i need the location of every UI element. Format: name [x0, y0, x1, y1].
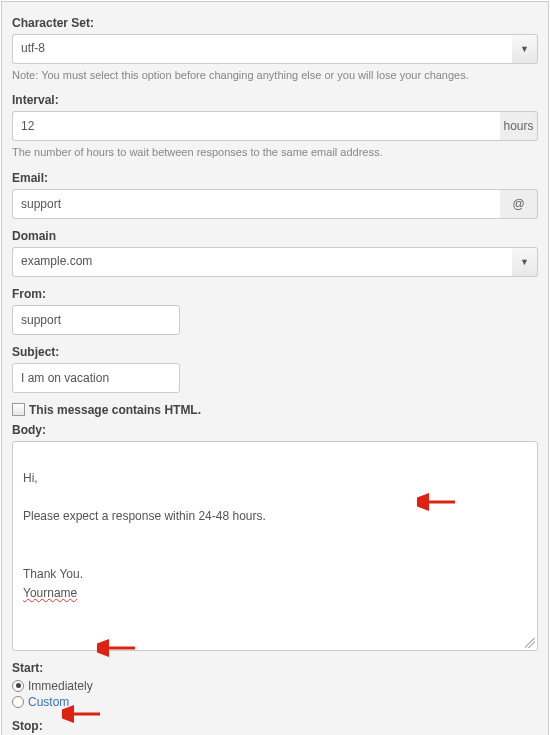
charset-value: utf-8: [12, 34, 512, 64]
interval-label: Interval:: [12, 93, 538, 107]
autoresponder-form: Character Set: utf-8 ▼ Note: You must se…: [1, 1, 549, 735]
body-line4: Yourname: [23, 586, 77, 600]
email-group: Email: @: [12, 171, 538, 219]
from-label: From:: [12, 287, 538, 301]
from-input[interactable]: [12, 305, 180, 335]
resize-handle-icon[interactable]: [525, 638, 535, 648]
html-checkbox[interactable]: [12, 403, 25, 416]
html-checkbox-line[interactable]: This message contains HTML.: [12, 403, 538, 417]
subject-group: Subject:: [12, 345, 538, 393]
start-option-label-1: Custom: [28, 695, 69, 709]
start-group: Start: Immediately Custom: [12, 661, 538, 709]
interval-group: Interval: hours The number of hours to w…: [12, 93, 538, 160]
at-icon[interactable]: @: [500, 189, 538, 219]
caret-down-icon[interactable]: ▼: [512, 247, 538, 277]
email-input[interactable]: [12, 189, 500, 219]
interval-note: The number of hours to wait between resp…: [12, 145, 538, 160]
caret-down-icon[interactable]: ▼: [512, 34, 538, 64]
email-input-wrap: @: [12, 189, 538, 219]
body-label: Body:: [12, 423, 538, 437]
start-option-label-0: Immediately: [28, 679, 93, 693]
stop-label: Stop:: [12, 719, 538, 733]
charset-select[interactable]: utf-8 ▼: [12, 34, 538, 64]
subject-label: Subject:: [12, 345, 538, 359]
charset-note: Note: You must select this option before…: [12, 68, 538, 83]
body-line3: Thank You.: [23, 567, 83, 581]
interval-unit: hours: [500, 111, 538, 141]
domain-select[interactable]: example.com ▼: [12, 247, 538, 277]
radio-icon[interactable]: [12, 680, 24, 692]
charset-label: Character Set:: [12, 16, 538, 30]
interval-input-wrap: hours: [12, 111, 538, 141]
interval-input[interactable]: [12, 111, 500, 141]
domain-group: Domain example.com ▼: [12, 229, 538, 277]
email-label: Email:: [12, 171, 538, 185]
body-group: Body: Hi, Please expect a response withi…: [12, 423, 538, 651]
start-option-immediately[interactable]: Immediately: [12, 679, 538, 693]
subject-input[interactable]: [12, 363, 180, 393]
start-label: Start:: [12, 661, 538, 675]
charset-group: Character Set: utf-8 ▼ Note: You must se…: [12, 16, 538, 83]
html-checkbox-label: This message contains HTML.: [29, 403, 201, 417]
body-textarea[interactable]: Hi, Please expect a response within 24-4…: [12, 441, 538, 651]
body-line1: Hi,: [23, 471, 38, 485]
body-line2: Please expect a response within 24-48 ho…: [23, 509, 266, 523]
domain-label: Domain: [12, 229, 538, 243]
from-group: From:: [12, 287, 538, 335]
start-option-custom[interactable]: Custom: [12, 695, 538, 709]
domain-value: example.com: [12, 247, 512, 277]
radio-icon[interactable]: [12, 696, 24, 708]
stop-group: Stop: Never Custom: [12, 719, 538, 735]
